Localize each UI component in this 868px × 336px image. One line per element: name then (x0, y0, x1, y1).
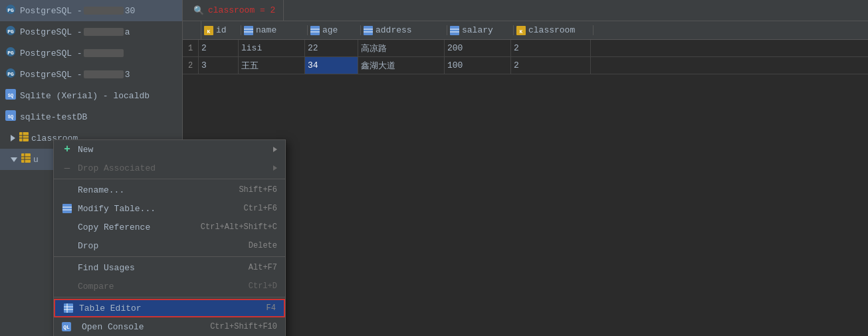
context-menu: + New — Drop Associated Rename... Shift+… (53, 139, 286, 336)
sqlite-xerial-icon: SQ (5, 89, 20, 102)
menu-item-modify-table[interactable]: Modify Table... Ctrl+F6 (54, 199, 285, 218)
row-number-2: 2 (183, 57, 199, 74)
svg-text:K: K (520, 29, 523, 35)
sidebar-item-sqlite-xerial[interactable]: SQ Sqlite (Xerial) - localdb (0, 85, 182, 106)
plus-icon: + (62, 144, 72, 155)
sidebar-label-pg1: PostgreSQL - 30 (20, 6, 135, 16)
menu-label-open-console: Open Console (82, 322, 144, 332)
cell-row1-salary[interactable]: 200 (445, 40, 511, 56)
sidebar-label-pg3: PostgreSQL - (20, 48, 125, 58)
svg-rect-36 (62, 204, 72, 213)
sidebar-item-pg3[interactable]: PG PostgreSQL - (0, 42, 182, 64)
cell-row2-age[interactable]: 34 (305, 57, 358, 74)
menu-item-table-editor[interactable]: Table Editor F4 (54, 299, 285, 317)
svg-text:SQ: SQ (8, 93, 13, 98)
cell-row2-id[interactable]: 3 (199, 57, 239, 74)
col-name-salary: salary (462, 25, 493, 35)
sidebar-item-sqlite-testdb[interactable]: SQ sqlite-testDB (0, 106, 182, 127)
col-header-classroom[interactable]: K classroom (514, 25, 594, 35)
col-header-id[interactable]: K id (201, 25, 241, 35)
col-header-age[interactable]: age (308, 25, 361, 35)
col-name-age: age (322, 25, 338, 35)
svg-rect-31 (450, 26, 459, 35)
svg-text:PG: PG (7, 29, 14, 35)
col-name-id: id (216, 25, 227, 35)
col-name-name: name (256, 25, 276, 35)
col-header-address[interactable]: address (361, 25, 447, 35)
sidebar-label-pg2: PostgreSQL - a (20, 27, 130, 37)
postgresql-icon-4: PG (5, 68, 20, 81)
svg-text:K: K (207, 29, 211, 35)
svg-rect-16 (21, 153, 31, 163)
svg-rect-25 (310, 26, 320, 35)
row-num-header (185, 21, 201, 39)
sidebar-item-pg2[interactable]: PG PostgreSQL - a (0, 21, 182, 42)
filter-tab[interactable]: 🔍 classroom = 2 (185, 0, 284, 21)
menu-label-find-usages: Find Usages (78, 263, 135, 273)
cell-row1-address[interactable]: 高凉路 (358, 40, 445, 56)
cell-row1-age[interactable]: 22 (305, 40, 358, 56)
shortcut-modify-table: Ctrl+F6 (244, 204, 277, 213)
menu-item-rename[interactable]: Rename... Shift+F6 (54, 181, 285, 199)
svg-rect-12 (19, 132, 29, 141)
menu-item-drop[interactable]: Drop Delete (54, 236, 285, 255)
postgresql-icon-2: PG (5, 25, 20, 39)
menu-label-drop-associated: Drop Associated (78, 163, 156, 173)
row-number-1: 1 (183, 40, 199, 56)
menu-item-find-usages[interactable]: Find Usages Alt+F7 (54, 258, 285, 277)
menu-label-new: New (78, 145, 93, 155)
cell-row2-classroom[interactable]: 2 (511, 57, 591, 74)
menu-item-new[interactable]: + New (54, 140, 285, 159)
col-header-name[interactable]: name (241, 25, 308, 35)
sidebar-item-pg4[interactable]: PG PostgreSQL - 3 (0, 64, 182, 85)
shortcut-table-editor: F4 (267, 303, 276, 313)
arrow-right-icon (11, 135, 15, 141)
menu-item-drop-associated[interactable]: — Drop Associated (54, 159, 285, 177)
svg-rect-28 (364, 26, 373, 35)
tab-bar: 🔍 classroom = 2 (183, 0, 868, 21)
cell-row1-name[interactable]: lisi (239, 40, 305, 56)
dash-icon: — (62, 163, 72, 173)
sidebar-label-u: u (33, 155, 39, 165)
sidebar-item-pg1[interactable]: PG PostgreSQL - 30 (0, 0, 182, 21)
menu-item-copy-reference[interactable]: Copy Reference Ctrl+Alt+Shift+C (54, 218, 285, 236)
shortcut-copy-reference: Ctrl+Alt+Shift+C (201, 222, 277, 232)
table-row: 1 2 lisi 22 高凉路 200 2 (183, 40, 868, 57)
svg-text:PG: PG (7, 71, 14, 77)
col-name-classroom: classroom (528, 25, 575, 35)
modify-table-icon (62, 203, 72, 214)
svg-rect-39 (64, 303, 73, 313)
svg-text:PG: PG (7, 7, 14, 13)
menu-label-modify-table: Modify Table... (78, 204, 156, 214)
menu-separator-3 (54, 297, 285, 297)
col-name-address: address (376, 25, 412, 35)
table-small-icon-u (21, 153, 31, 165)
menu-separator-1 (54, 179, 285, 179)
compare-icon (62, 281, 72, 292)
cell-row2-salary[interactable]: 100 (445, 57, 511, 74)
menu-label-drop: Drop (78, 241, 98, 251)
shortcut-drop: Delete (249, 241, 277, 250)
drop-icon (62, 240, 72, 251)
arrow-down-icon (11, 157, 17, 162)
postgresql-icon: PG (5, 4, 20, 17)
sidebar-label-sqlite-testdb: sqlite-testDB (20, 112, 87, 122)
cell-row2-address[interactable]: 鑫湖大道 (358, 57, 445, 74)
svg-text:SQ: SQ (8, 114, 13, 120)
menu-item-open-console[interactable]: QL Open Console Ctrl+Shift+F10 (54, 317, 285, 336)
table-header-row: K id name age (183, 21, 868, 40)
submenu-arrow-new (273, 147, 277, 152)
cell-row1-classroom[interactable]: 2 (511, 40, 591, 56)
cell-row1-id[interactable]: 2 (199, 40, 239, 56)
col-header-salary[interactable]: salary (447, 25, 514, 35)
svg-text:PG: PG (7, 50, 14, 56)
menu-separator-2 (54, 256, 285, 257)
cell-row2-name[interactable]: 王五 (239, 57, 305, 74)
table-row: 2 3 王五 34 鑫湖大道 100 2 (183, 57, 868, 74)
menu-item-compare[interactable]: Compare Ctrl+D (54, 277, 285, 295)
rename-icon (62, 185, 72, 195)
copy-reference-icon (62, 222, 72, 232)
menu-label-rename: Rename... (78, 185, 124, 195)
table-small-icon (19, 132, 29, 144)
shortcut-compare: Ctrl+D (249, 282, 277, 291)
